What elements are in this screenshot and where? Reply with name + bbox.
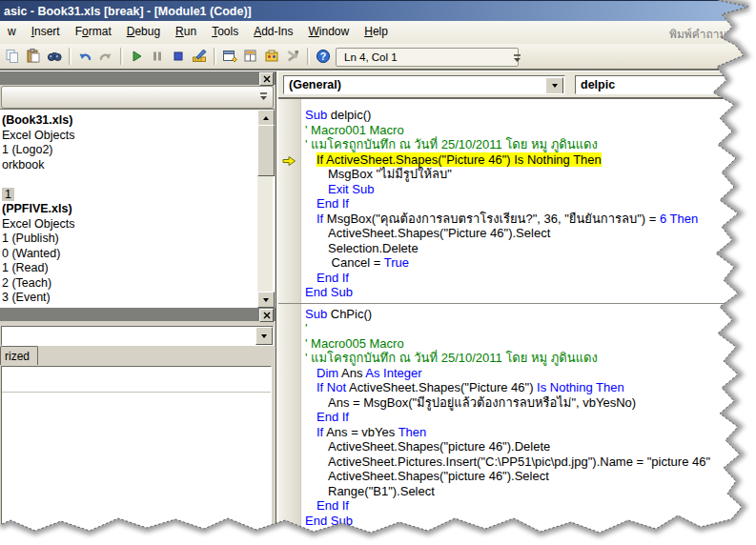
chevron-down-icon[interactable]	[545, 77, 563, 94]
menu-item-debug[interactable]: Debug	[119, 21, 168, 41]
code-line[interactable]: ' Macro005 Macro	[301, 336, 756, 352]
run-icon[interactable]	[128, 48, 145, 65]
undo-icon[interactable]	[76, 48, 93, 65]
project-tree-item[interactable]: (PPFIVE.xls)	[0, 202, 275, 217]
project-tree-item[interactable]: 1 (Read)	[0, 261, 275, 276]
menu-item-help[interactable]: Help	[357, 21, 396, 41]
current-statement-arrow-icon	[282, 153, 296, 171]
window-title: asic - Book31.xls [break] - [Module1 (Co…	[4, 5, 252, 18]
code-line[interactable]: Ans = MsgBox("มีรูปอยู่แล้วต้องการลบหรือ…	[301, 395, 756, 411]
menu-item-add-ins[interactable]: Add-Ins	[246, 21, 300, 41]
code-line[interactable]: If Ans = vbYes Then	[301, 425, 756, 440]
project-tree-item[interactable]: orkbook	[0, 158, 275, 173]
scrollbar-thumb[interactable]	[257, 125, 275, 176]
code-line[interactable]: Exit Sub	[301, 182, 756, 197]
code-line[interactable]: End Sub	[301, 514, 756, 529]
menu-items: wInsertFormatDebugRunToolsAdd-InsWindowH…	[0, 25, 396, 38]
code-line[interactable]: End If	[301, 498, 756, 514]
reset-icon[interactable]	[170, 48, 187, 65]
project-tree-item-label: 0 (Wanted)	[2, 247, 60, 260]
code-lines: Sub delpic()' Macro001 Macro' แมโครถูกบั…	[301, 99, 756, 528]
code-line[interactable]: ActiveSheet.Pictures.Insert("C:\PP51\pic…	[301, 454, 756, 470]
close-icon[interactable]	[259, 72, 274, 86]
procedure-dropdown[interactable]: delpic	[575, 75, 756, 94]
code-line[interactable]: If ActiveSheet.Shapes("Picture 46") Is N…	[301, 152, 756, 168]
code-line[interactable]: MsgBox "ไม่มีรูปให้ลบ"	[301, 167, 756, 182]
project-tree-item-label: (PPFIVE.xls)	[2, 202, 72, 215]
project-explorer-toolbar	[1, 86, 274, 109]
find-icon[interactable]	[46, 48, 63, 65]
menu-item-run[interactable]: Run	[168, 21, 204, 41]
toolbar-separator	[120, 48, 123, 65]
project-explorer-title-bar	[0, 71, 276, 85]
toolbar-options-chevron-icon[interactable]	[512, 51, 522, 69]
properties-window-icon[interactable]	[242, 48, 259, 65]
code-line[interactable]: End If	[301, 271, 756, 286]
help-icon[interactable]: ?	[315, 48, 332, 65]
menu-item-window[interactable]: Window	[301, 21, 358, 41]
code-line[interactable]: ' แมโครถูกบันทึก ณ วันที่ 25/10/2011 โดย…	[301, 137, 756, 152]
project-tree-item-label: 1 (Read)	[2, 261, 49, 274]
object-browser-icon[interactable]	[263, 48, 280, 65]
code-line[interactable]: ' แมโครถูกบันทึก ณ วันที่ 25/10/2011 โดย…	[301, 351, 756, 366]
copy-icon[interactable]	[4, 48, 21, 65]
project-tree-item[interactable]: 1 (Publish)	[0, 232, 275, 247]
menu-item-insert[interactable]: Insert	[24, 21, 68, 41]
code-line[interactable]: ' Macro001 Macro	[301, 123, 756, 138]
margin-indicator-bar	[278, 99, 301, 545]
code-line[interactable]: Dim Ans As Integer	[301, 366, 756, 381]
project-tree-item[interactable]: (Book31.xls)	[0, 113, 275, 129]
project-explorer-icon[interactable]	[221, 48, 238, 65]
menu-item-tools[interactable]: Tools	[204, 21, 246, 41]
toolbar-options-chevron-icon[interactable]	[260, 91, 271, 105]
menu-item-w[interactable]: w	[0, 21, 24, 41]
design-mode-icon[interactable]	[191, 48, 208, 65]
project-tree-item[interactable]: Excel Objects	[0, 217, 275, 232]
code-line[interactable]: End If	[301, 410, 756, 425]
project-tree-item-label: 1 (Logo2)	[2, 143, 53, 156]
paste-icon[interactable]	[25, 48, 42, 65]
code-line[interactable]: Cancel = True	[301, 255, 756, 271]
project-tree-item[interactable]: Excel Objects	[0, 129, 275, 144]
code-line[interactable]: End If	[301, 196, 756, 212]
redo-icon[interactable]	[97, 48, 114, 65]
scroll-down-icon[interactable]	[257, 292, 275, 308]
code-line[interactable]: ActiveSheet.Shapes("Picture 46").Select	[301, 226, 756, 241]
code-line[interactable]: ActiveSheet.Shapes("picture 46").Select	[301, 469, 756, 484]
project-tree-item-label: (Book31.xls)	[2, 113, 72, 127]
code-line[interactable]: Sub ChPic()	[301, 307, 756, 322]
code-editor[interactable]: Sub delpic()' Macro001 Macro' แมโครถูกบั…	[278, 97, 756, 545]
object-dropdown[interactable]: (General)	[283, 75, 565, 94]
properties-object-combobox[interactable]	[1, 326, 274, 346]
svg-text:?: ?	[320, 50, 326, 62]
current-statement-highlight: If ActiveSheet.Shapes("Picture 46") Is N…	[317, 152, 602, 167]
properties-grid	[1, 366, 272, 545]
project-tree-item[interactable]: 2 (Teach)	[0, 276, 275, 292]
menu-item-format[interactable]: Format	[68, 21, 119, 41]
code-line[interactable]: Range("B1").Select	[301, 484, 756, 499]
code-line[interactable]: End Sub	[301, 285, 756, 300]
close-icon[interactable]	[259, 309, 274, 322]
chevron-down-icon[interactable]	[255, 327, 273, 345]
title-bar: asic - Book31.xls [break] - [Module1 (Co…	[0, 0, 756, 21]
project-tree-item[interactable]: 1 (Logo2)	[0, 143, 275, 158]
scroll-up-icon[interactable]	[257, 110, 275, 126]
code-line[interactable]: If MsgBox("คุณต้องการลบตราโรงเรียน?", 36…	[301, 212, 756, 227]
code-line[interactable]: ActiveSheet.Shapes("picture 46").Delete	[301, 439, 756, 454]
project-tree-item[interactable]: 1	[0, 188, 275, 203]
project-tree: (Book31.xls)Excel Objects1 (Logo2)orkboo…	[0, 109, 275, 310]
project-tree-item[interactable]: 0 (Wanted)	[0, 247, 275, 262]
break-icon[interactable]	[149, 48, 166, 65]
toolbox-icon[interactable]	[284, 48, 301, 65]
project-tree-item[interactable]	[0, 172, 275, 188]
code-line[interactable]: Selection.Delete	[301, 241, 756, 256]
project-tree-item-label: orkbook	[2, 158, 44, 172]
project-tree-rows: (Book31.xls)Excel Objects1 (Logo2)orkboo…	[0, 110, 275, 306]
tab-categorized[interactable]: rized	[0, 346, 38, 365]
project-tree-item[interactable]: 3 (Event)	[0, 291, 275, 306]
project-tree-scrollbar[interactable]	[257, 110, 273, 308]
code-line[interactable]: '	[301, 321, 756, 336]
code-line[interactable]: Sub delpic()	[301, 108, 756, 123]
code-line[interactable]: If Not ActiveSheet.Shapes("Picture 46") …	[301, 380, 756, 395]
type-a-question-box[interactable]: พิมพ์คำถามขอ	[669, 25, 756, 43]
